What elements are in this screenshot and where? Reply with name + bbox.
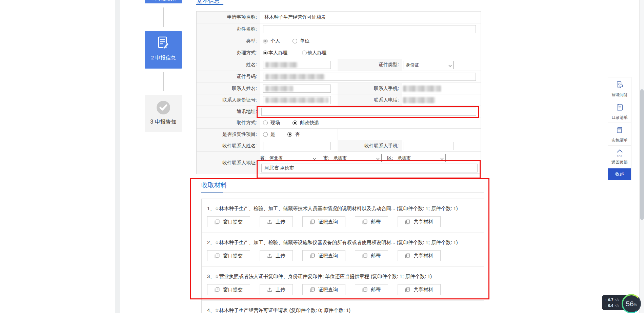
shared-material-button[interactable]: 共享材料 — [398, 216, 441, 227]
radio-invest-yes[interactable]: 是 — [263, 131, 275, 137]
form-row-receiver-name: 收件联系人姓名: 收件联系人手机: — [197, 140, 481, 152]
radio-label: 现场 — [270, 120, 280, 126]
radio-other-handle[interactable]: 他人办理 — [302, 50, 326, 56]
collapse-button[interactable]: 收起 — [608, 168, 631, 180]
mailing-address-input[interactable] — [261, 108, 476, 116]
material-actions: 窗口提交上传证照查询邮寄共享材料 — [207, 250, 478, 261]
copy-icon — [310, 287, 315, 292]
toolbar-item-back-to-top[interactable]: TOP 返回顶部 — [608, 146, 631, 168]
province-label: 省: — [260, 155, 266, 161]
field-label: 类型: — [197, 35, 260, 47]
material-text: 4、☆林木种子生产经营许可证申请表 (复印件个数: 0; 原件个数: 1) — [207, 307, 478, 313]
upload-icon — [267, 253, 272, 258]
radio-selected-icon — [263, 51, 268, 55]
chevron-down-icon — [440, 156, 444, 162]
button-label: 证照查询 — [318, 219, 338, 225]
receiver-address-detail-input[interactable]: 河北省 承德市 — [261, 164, 478, 172]
contact-id-input[interactable] — [263, 96, 331, 104]
progress-ring-badge[interactable]: 56 % — [622, 294, 641, 313]
radio-label: 本人办理 — [268, 50, 287, 56]
field-label: 姓名: — [197, 59, 260, 71]
tab-active-underline — [196, 4, 223, 5]
chevron-down-icon — [448, 63, 452, 69]
document-pencil-icon — [156, 36, 171, 52]
radio-selected-icon — [287, 132, 292, 137]
toolbar-label: 目录清单 — [611, 115, 628, 121]
district-select[interactable]: 承德市 — [395, 154, 446, 162]
radio-selected-icon — [293, 121, 297, 125]
license-query-button[interactable]: 证照查询 — [302, 284, 345, 295]
radio-pickup-postal[interactable]: 邮政快递 — [293, 120, 319, 126]
city-select[interactable]: 承德市 — [331, 154, 382, 162]
window-submit-button[interactable]: 窗口提交 — [207, 216, 250, 227]
materials-title-divider — [201, 192, 484, 193]
step-1-label: 1 阅读须知 — [151, 0, 176, 2]
radio-type-personal[interactable]: 个人 — [263, 38, 280, 44]
mail-button[interactable]: 邮寄 — [355, 216, 388, 227]
progress-value: 56 — [626, 300, 633, 308]
receiver-mobile-input[interactable] — [403, 142, 454, 150]
left-edge-strip — [115, 0, 120, 313]
progress-ring-inner: 56 % — [623, 295, 640, 312]
form-row-name: 姓名: 证件类型: 身份证 — [197, 59, 481, 71]
shared-material-button[interactable]: 共享材料 — [398, 250, 441, 261]
radio-invest-no[interactable]: 否 — [287, 131, 300, 137]
selected-option: 承德市 — [334, 155, 347, 161]
documents-icon — [616, 126, 624, 135]
shared-material-button[interactable]: 共享材料 — [398, 284, 441, 295]
name-input[interactable] — [263, 61, 331, 69]
field-label: 收件联系人手机: — [338, 140, 402, 151]
window-submit-button[interactable]: 窗口提交 — [207, 250, 250, 261]
copy-icon — [405, 219, 410, 224]
percent-sign: % — [634, 303, 637, 307]
window-submit-button[interactable]: 窗口提交 — [207, 284, 250, 295]
radio-label: 他人办理 — [307, 50, 326, 56]
case-name-input[interactable] — [263, 25, 476, 33]
toolbar-item-smart-qa[interactable]: 智能问答 — [608, 77, 631, 100]
button-label: 共享材料 — [414, 253, 433, 259]
license-query-button[interactable]: 证照查询 — [302, 250, 345, 261]
mail-button[interactable]: 邮寄 — [355, 284, 388, 295]
floating-toolbar: 智能问答 目录清单 实施清单 — [608, 77, 631, 180]
check-circle-icon — [157, 101, 170, 114]
upload-button[interactable]: 上传 — [260, 216, 293, 227]
cert-type-select[interactable]: 身份证 — [403, 61, 454, 69]
step-2-declare-info[interactable]: 2 申报信息 — [145, 31, 182, 69]
material-text: 1、☆林木种子生产、检验、加工、储藏等技术人员基本情况的说明材料以及劳动合同..… — [207, 205, 478, 212]
copy-icon — [310, 219, 315, 224]
page-scrollbar[interactable] — [639, 0, 644, 313]
masked-value — [265, 62, 298, 68]
province-select[interactable]: 河北省 — [267, 154, 318, 162]
radio-self-handle[interactable]: 本人办理 — [263, 50, 287, 56]
step-3-declare-notify[interactable]: 3 申报告知 — [145, 95, 182, 132]
form-row-mailing-address: 通讯地址: — [197, 106, 481, 117]
license-query-button[interactable]: 证照查询 — [302, 216, 345, 227]
button-label: 邮寄 — [371, 219, 381, 225]
mail-button[interactable]: 邮寄 — [355, 250, 388, 261]
masked-value — [403, 86, 441, 92]
scrollbar-thumb[interactable] — [640, 89, 644, 220]
radio-label: 是 — [270, 131, 275, 137]
material-item: 4、☆林木种子生产经营许可证申请表 (复印件个数: 0; 原件个数: 1) — [202, 301, 484, 313]
receiver-name-input[interactable] — [263, 142, 331, 150]
field-label: 联系人身份证号: — [197, 94, 260, 106]
top-arrow-icon: TOP — [616, 149, 624, 158]
field-label: 申请事项名称: — [197, 12, 260, 23]
toolbar-item-implementation-list[interactable]: 实施清单 — [608, 123, 631, 146]
masked-value — [265, 97, 328, 103]
copy-icon — [362, 287, 367, 292]
toolbar-item-catalog-list[interactable]: 目录清单 — [608, 100, 631, 123]
button-label: 共享材料 — [414, 287, 433, 293]
chevron-down-icon — [313, 156, 316, 162]
radio-type-unit[interactable]: 单位 — [293, 38, 309, 44]
cert-no-input[interactable] — [263, 73, 476, 81]
contact-name-input[interactable] — [263, 85, 331, 93]
button-label: 共享材料 — [414, 219, 433, 225]
radio-unselected-icon — [263, 121, 268, 125]
upload-button[interactable]: 上传 — [260, 250, 293, 261]
step-1-read-notice[interactable]: 1 阅读须知 — [145, 0, 182, 3]
upload-button[interactable]: 上传 — [260, 284, 293, 295]
field-label: 通讯地址: — [197, 106, 260, 117]
radio-pickup-onsite[interactable]: 现场 — [263, 120, 280, 126]
form-row-receiver-address: 收件联系人地址: 省: 河北省 市: 承德市 区: 承德市 — [197, 152, 481, 174]
